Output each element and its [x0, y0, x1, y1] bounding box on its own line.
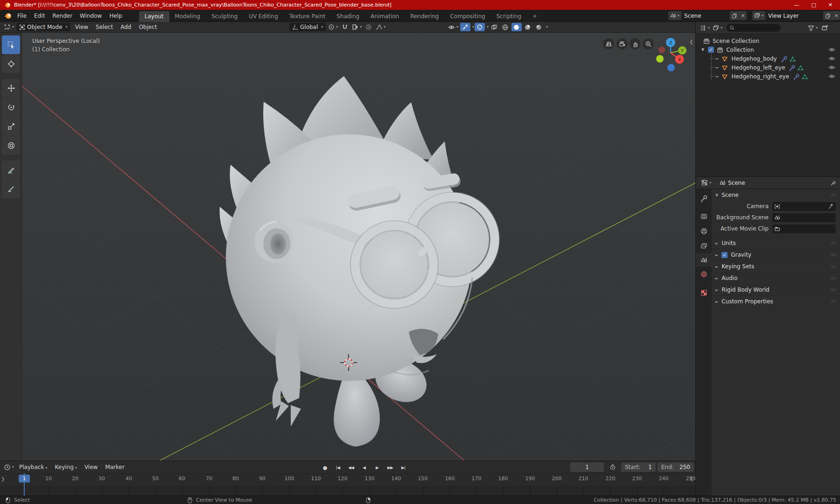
hide-object-toggle[interactable] [828, 73, 835, 80]
timeline-editor-type-button[interactable]: ▾ [3, 463, 15, 471]
properties-editor-type-button[interactable]: ▾ [700, 179, 712, 187]
workspace-tab-rendering[interactable]: Rendering [405, 11, 444, 22]
snap-settings-button[interactable]: ▾ [351, 23, 363, 31]
tool-annotate[interactable] [2, 161, 20, 179]
timeline-ruler[interactable]: ❯ 11020304050607080901001101201301401501… [0, 473, 695, 486]
menu-help[interactable]: Help [105, 13, 126, 19]
orientation-dropdown[interactable]: Global▾ [289, 23, 326, 31]
gizmo-neg-z[interactable] [667, 64, 675, 71]
close-button[interactable]: ✕ [828, 2, 833, 8]
shading-rendered-button[interactable] [534, 23, 544, 31]
object-visibility-dropdown[interactable]: ▾ [447, 23, 459, 31]
workspace-tab-texture-paint[interactable]: Texture Paint [284, 11, 331, 22]
hide-object-toggle[interactable] [828, 64, 835, 71]
menu-file[interactable]: File [14, 13, 30, 19]
viewport-menu-select[interactable]: Select [92, 24, 117, 30]
scene-selector[interactable]: ▾ Scene ✕ [668, 11, 747, 20]
viewport-canvas[interactable] [22, 33, 695, 461]
outliner-row-collection[interactable]: ▼ ✓ Collection [696, 45, 840, 54]
view-layer-selector[interactable]: ▾ View Layer ✕ [752, 11, 840, 20]
workspace-tab-layout[interactable]: Layout [139, 11, 169, 22]
gizmos-toggle[interactable] [460, 23, 470, 31]
perspective-toggle-button[interactable] [603, 38, 614, 49]
property-field-camera[interactable] [772, 202, 836, 211]
panel-header-scene[interactable]: ▼ Scene [712, 189, 840, 201]
timeline-menu-marker[interactable]: Marker [101, 464, 128, 470]
menu-render[interactable]: Render [49, 13, 76, 19]
frame-end-field[interactable]: End:250 [658, 462, 694, 472]
add-workspace-button[interactable]: + [527, 11, 543, 22]
timeline-collapse-arrow[interactable]: ❮ [690, 476, 693, 481]
properties-tab-texture[interactable] [696, 286, 712, 299]
gravity-checkbox[interactable]: ✓ [721, 252, 728, 258]
outliner-row-scene-collection[interactable]: Scene Collection [696, 36, 840, 45]
maximize-button[interactable]: □ [811, 2, 816, 8]
region-collapse-arrow[interactable]: ❮ [690, 39, 693, 44]
pan-view-button[interactable] [630, 38, 641, 49]
jump-to-end-button[interactable]: ▶| [398, 463, 408, 472]
view-layer-name[interactable]: View Layer [765, 11, 823, 20]
viewport-3d[interactable]: User Perspective (Local) (1) Collection … [22, 33, 695, 461]
hedgehog-character[interactable] [220, 76, 499, 447]
gizmo-neg-y[interactable] [656, 55, 664, 63]
object-expand-icon[interactable]: ► [716, 75, 719, 78]
current-frame-field[interactable]: 1 [570, 462, 604, 472]
hide-collection-toggle[interactable] [828, 46, 835, 53]
outliner-display-mode-button[interactable]: ▾ [699, 24, 711, 32]
shading-wireframe-button[interactable] [500, 23, 511, 31]
expand-arrow-icon[interactable]: ▼ [701, 48, 704, 52]
workspace-tab-uv-editing[interactable]: UV Editing [243, 11, 284, 22]
menu-window[interactable]: Window [76, 13, 105, 19]
panel-header-units[interactable]: ► Units [712, 237, 840, 249]
camera-view-button[interactable] [616, 38, 628, 49]
outliner-filter-button[interactable]: ▾ [807, 24, 819, 32]
timeline-menu-keying[interactable]: Keying▾ [51, 464, 81, 470]
timeline-expand-arrow[interactable]: ❯ [1, 476, 5, 482]
mode-dropdown[interactable]: Object Mode▾ [16, 23, 70, 31]
next-keyframe-button[interactable]: ▶▶ [385, 463, 395, 472]
timeline-menu-playback[interactable]: Playback▾ [15, 464, 51, 470]
tool-transform[interactable] [2, 136, 20, 155]
remove-view-layer-button[interactable]: ✕ [833, 11, 840, 20]
viewport-menu-object[interactable]: Object [135, 24, 161, 30]
play-button[interactable]: ▶ [372, 463, 382, 472]
tool-scale[interactable] [2, 117, 20, 136]
outliner-filter-type-button[interactable]: ▾ [712, 24, 723, 32]
outliner-row-object[interactable]: ► Hedgehog_left_eye [696, 63, 840, 72]
scene-name[interactable]: Scene [681, 11, 730, 20]
hide-object-toggle[interactable] [828, 55, 835, 62]
object-expand-icon[interactable]: ► [716, 66, 719, 70]
tool-select-box[interactable] [2, 35, 20, 54]
outliner-row-object[interactable]: ► Hedgehog_right_eye [696, 72, 840, 81]
overlays-toggle[interactable] [475, 23, 485, 31]
falloff-dropdown[interactable]: ▾ [375, 23, 386, 31]
panel-header-rigid-body-world[interactable]: ► Rigid Body World [712, 284, 840, 295]
properties-tab-render[interactable] [696, 210, 712, 223]
copy-view-layer-button[interactable] [823, 11, 833, 20]
play-reverse-button[interactable]: ◀ [359, 463, 369, 472]
proportional-editing-button[interactable] [364, 23, 374, 31]
tool-measure[interactable] [2, 180, 20, 198]
snap-toggle-button[interactable] [340, 23, 350, 31]
menu-edit[interactable]: Edit [30, 13, 49, 19]
workspace-tab-modeling[interactable]: Modeling [169, 11, 206, 22]
scene-browse-button[interactable]: ▾ [668, 11, 681, 20]
new-collection-button[interactable] [819, 24, 830, 32]
copy-scene-button[interactable] [730, 11, 739, 20]
unlink-scene-button[interactable]: ✕ [739, 11, 747, 20]
jump-to-start-button[interactable]: |◀ [333, 463, 343, 472]
properties-tab-scene[interactable] [696, 253, 712, 266]
use-preview-range-button[interactable] [608, 463, 618, 471]
shading-material-button[interactable] [523, 23, 533, 31]
property-field-active-movie-clip[interactable] [772, 224, 836, 233]
workspace-tab-shading[interactable]: Shading [331, 11, 365, 22]
properties-tab-output[interactable] [696, 224, 712, 238]
outliner-row-object[interactable]: ► Hedgehog_body [696, 54, 840, 63]
viewport-menu-view[interactable]: View [71, 24, 92, 30]
tool-rotate[interactable] [2, 98, 20, 117]
properties-tab-tool[interactable] [696, 192, 712, 205]
auto-keyframe-button[interactable]: ● [320, 463, 330, 472]
workspace-tab-compositing[interactable]: Compositing [444, 11, 490, 22]
timeline-menu-view[interactable]: View [81, 464, 101, 470]
property-field-background-scene[interactable] [772, 213, 836, 222]
